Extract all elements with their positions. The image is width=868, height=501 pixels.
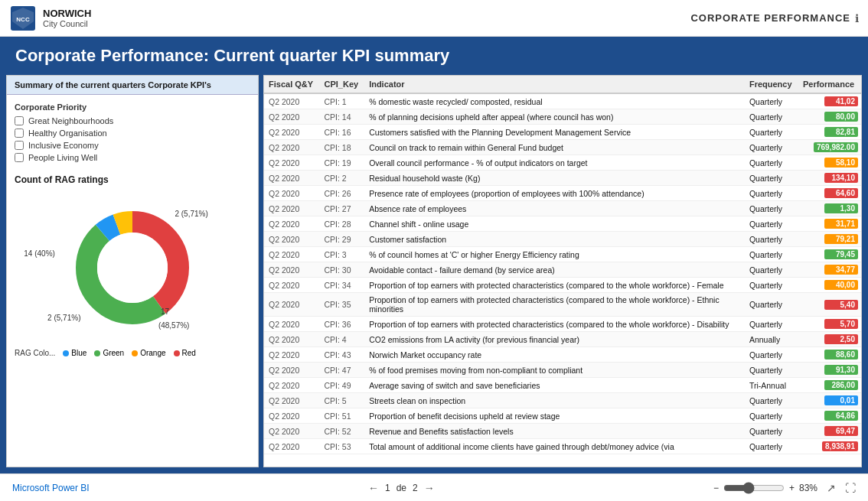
table-row: Q2 2020CPI: 36Proportion of top earners … [264, 317, 861, 332]
cell-fy: Q2 2020 [264, 186, 320, 201]
cell-perf: 88,60 [798, 347, 861, 363]
main-content: Corporate Performance: Current quarter K… [0, 37, 868, 473]
donut-label-green: 17 [161, 307, 169, 316]
cell-fy: Q2 2020 [264, 140, 320, 155]
cell-indicator: Channel shift - online usage [364, 216, 745, 232]
cell-freq: Quarterly [745, 155, 798, 171]
cell-perf: 69,47 [798, 424, 861, 439]
powerbi-link[interactable]: Microsoft Power BI [12, 483, 90, 493]
cell-fy: Q2 2020 [264, 155, 320, 171]
perf-badge: 1,30 [824, 203, 858, 213]
page-total: 2 [413, 483, 418, 493]
left-panel-title: Summary of the current quarters Corporat… [7, 76, 258, 95]
perf-badge: 64,60 [824, 188, 858, 198]
table-header-row: Fiscal Q&Y CPI_Key Indicator Frequency P… [264, 76, 861, 93]
cell-indicator: Revenue and Benefits satisfaction levels [364, 424, 745, 439]
cell-freq: Quarterly [745, 393, 798, 408]
cell-fy: Q2 2020 [264, 439, 320, 454]
legend-dot-orange [132, 350, 138, 356]
cell-indicator: Norwich Market occupancy rate [364, 347, 745, 363]
cell-fy: Q2 2020 [264, 201, 320, 216]
cell-fy: Q2 2020 [264, 393, 320, 408]
cell-fy: Q2 2020 [264, 232, 320, 247]
checkbox-great-neighbourhoods-input[interactable] [15, 116, 24, 125]
cell-freq: Quarterly [745, 408, 798, 424]
checkbox-inclusive-economy-input[interactable] [15, 141, 24, 150]
perf-badge: 769,982.00 [814, 142, 858, 152]
perf-badge: 80,00 [824, 112, 858, 122]
table-row: Q2 2020CPI: 51Proportion of benefit deci… [264, 408, 861, 424]
donut-label-green-pct: (48,57%) [158, 321, 190, 330]
rag-title: Count of RAG ratings [15, 174, 250, 185]
svg-point-7 [97, 233, 168, 303]
cell-cpi: CPI: 30 [320, 262, 365, 278]
col-header-fy: Fiscal Q&Y [264, 76, 320, 93]
cell-cpi: CPI: 53 [320, 439, 365, 454]
left-panel-content: Corporate Priority Great Neighbourhoods … [7, 95, 258, 467]
checkbox-great-neighbourhoods-label: Great Neighbourhoods [28, 116, 113, 125]
perf-badge: 5,40 [824, 300, 858, 310]
cell-cpi: CPI: 47 [320, 363, 365, 378]
table-scroll[interactable]: Fiscal Q&Y CPI_Key Indicator Frequency P… [264, 76, 861, 467]
checkbox-healthy-organisation[interactable]: Healthy Organisation [15, 129, 250, 138]
cell-indicator: Overall council performance - % of outpu… [364, 155, 745, 171]
cell-perf: 769,982.00 [798, 140, 861, 155]
cell-fy: Q2 2020 [264, 378, 320, 393]
table-row: Q2 2020CPI: 47% of food premises moving … [264, 363, 861, 378]
next-page-button[interactable]: → [424, 482, 435, 494]
table-row: Q2 2020CPI: 3% of council homes at 'C' o… [264, 247, 861, 262]
perf-badge: 79,21 [824, 234, 858, 244]
info-icon[interactable]: ℹ [855, 12, 859, 24]
checkbox-healthy-organisation-input[interactable] [15, 129, 24, 138]
cell-fy: Q2 2020 [264, 332, 320, 347]
cell-cpi: CPI: 1 [320, 93, 365, 109]
cell-indicator: Streets clean on inspection [364, 393, 745, 408]
cell-cpi: CPI: 18 [320, 140, 365, 155]
perf-badge: 91,30 [824, 365, 858, 375]
table-row: Q2 2020CPI: 5Streets clean on inspection… [264, 393, 861, 408]
cell-fy: Q2 2020 [264, 93, 320, 109]
legend-dot-blue [63, 350, 69, 356]
table-row: Q2 2020CPI: 30Avoidable contact - failur… [264, 262, 861, 278]
cell-cpi: CPI: 35 [320, 293, 365, 317]
checkbox-great-neighbourhoods[interactable]: Great Neighbourhoods [15, 116, 250, 125]
table-row: Q2 2020CPI: 28Channel shift - online usa… [264, 216, 861, 232]
cell-perf: 79,21 [798, 232, 861, 247]
page-current: 1 [385, 483, 390, 493]
table-row: Q2 2020CPI: 49Average saving of switch a… [264, 378, 861, 393]
perf-badge: 79,45 [824, 249, 858, 259]
cell-freq: Quarterly [745, 93, 798, 109]
zoom-plus-icon[interactable]: + [789, 483, 795, 493]
cell-perf: 0,01 [798, 393, 861, 408]
cell-fy: Q2 2020 [264, 171, 320, 186]
cell-cpi: CPI: 3 [320, 247, 365, 262]
zoom-slider[interactable] [723, 482, 785, 494]
cell-perf: 91,30 [798, 363, 861, 378]
perf-badge: 8,938,91 [822, 441, 858, 451]
cell-cpi: CPI: 28 [320, 216, 365, 232]
cell-perf: 134,10 [798, 171, 861, 186]
table-row: Q2 2020CPI: 16Customers satisfied with t… [264, 125, 861, 140]
legend-green: Green [94, 349, 124, 357]
donut-label-blue: 2 (5,71%) [175, 210, 207, 218]
table-row: Q2 2020CPI: 53Total amount of additional… [264, 439, 861, 454]
checkbox-people-living-well[interactable]: People Living Well [15, 153, 250, 162]
donut-chart [64, 199, 201, 337]
cell-fy: Q2 2020 [264, 109, 320, 125]
cell-freq: Quarterly [745, 186, 798, 201]
fullscreen-button[interactable]: ⛶ [845, 482, 856, 494]
perf-badge: 134,10 [824, 173, 858, 183]
checkbox-people-living-well-input[interactable] [15, 153, 24, 162]
table-row: Q2 2020CPI: 29Customer satisfactionQuart… [264, 232, 861, 247]
bottom-bar: Microsoft Power BI ← 1 de 2 → − + 83% ↗ … [0, 473, 868, 501]
rag-legend: RAG Colo... Blue Green Orange [15, 349, 250, 357]
prev-page-button[interactable]: ← [368, 482, 379, 494]
zoom-minus-icon[interactable]: − [713, 483, 719, 493]
legend-red: Red [174, 349, 196, 357]
share-button[interactable]: ↗ [827, 482, 836, 494]
cell-indicator: Total amount of additional income client… [364, 439, 745, 454]
logo-council: City Council [43, 19, 91, 28]
cell-perf: 5,40 [798, 293, 861, 317]
cell-freq: Quarterly [745, 424, 798, 439]
checkbox-inclusive-economy[interactable]: Inclusive Economy [15, 141, 250, 150]
